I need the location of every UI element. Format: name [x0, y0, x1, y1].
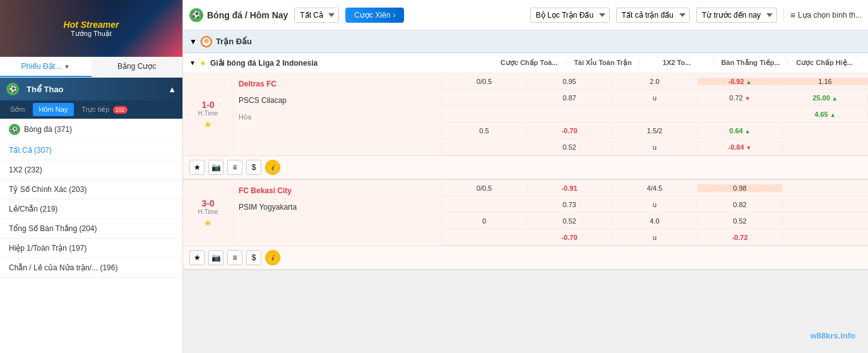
odds-cell[interactable]: -0.92 ▲ [698, 78, 783, 85]
odds-row-1-3: 4.65 ▲ [442, 106, 868, 123]
odds-cell[interactable]: -0.70 [527, 234, 612, 241]
home-team-name-1: Deltras FC [239, 80, 276, 88]
odds-cell[interactable]: 0.64 ▲ [698, 127, 783, 135]
match-star-2[interactable]: ★ [204, 218, 212, 228]
odds-cell[interactable]: u [612, 143, 698, 151]
odds-cell[interactable]: 0.52 [527, 217, 612, 225]
lua-chon-button[interactable]: ≡ Lựa chọn bình th... [790, 10, 862, 20]
odds-cell[interactable]: 0.52 [527, 143, 612, 151]
sport-section-header: ⚽ Thể Thao ▲ [0, 78, 182, 100]
sport-icon: ⚽ [6, 83, 19, 95]
odds-cell[interactable]: 25.00 ▲ [783, 94, 868, 102]
tab-som[interactable]: Sớm [4, 103, 32, 116]
odds-cell[interactable]: 0.5 [442, 127, 527, 135]
dollar-action-icon[interactable]: $ [246, 250, 261, 265]
stats-action-icon[interactable]: ≡ [227, 160, 242, 175]
odds-cell[interactable]: -0.91 [527, 184, 612, 192]
cuoc-xien-button[interactable]: Cược Xiên › [345, 8, 404, 23]
col-headers-right: Cược Chấp Toà... Tài Xỉu Toàn Trận 1X2 T… [492, 59, 862, 67]
banner-title-line1: Hot Streamer [64, 20, 119, 30]
tab-phieu-dat[interactable]: Phiếu Đặt... ▼ [0, 57, 92, 77]
up-arrow-icon: ▲ [746, 79, 752, 85]
sidebar-item-tyso[interactable]: Tỷ Số Chính Xác (203) [0, 180, 182, 200]
match-actions-1: ★ 📷 ≡ $ 💰 [183, 155, 868, 179]
up-arrow-icon: ▲ [745, 128, 751, 135]
odds-cell[interactable]: 1.16 [783, 78, 868, 85]
tu-truoc-select[interactable]: Từ trước đến nay [696, 8, 777, 23]
match-odds-1: 0/0.5 0.95 2.0 -0.92 ▲ 1.16 0.87 u [442, 73, 868, 155]
away-team-row-2: PSIM Yogyakarta [239, 199, 436, 215]
stats-action-icon[interactable]: ≡ [227, 250, 242, 265]
league-title: Giải bóng đá Liga 2 Indonesia [210, 59, 318, 68]
odds-cell[interactable]: u [612, 201, 698, 208]
sidebar: Hot Streamer Tướng Thuật Phiếu Đặt... ▼ … [0, 0, 183, 353]
sub-header: ▼ ⏱ Trận Đấu [183, 30, 868, 53]
arrow-right-icon: › [393, 11, 395, 20]
dollar-action-icon[interactable]: $ [246, 160, 261, 175]
odds-cell[interactable]: 0.73 [527, 201, 612, 208]
odds-cell[interactable]: 0.52 [698, 217, 783, 225]
odds-cell[interactable]: 0.82 [698, 201, 783, 208]
banner-title-line2: Tướng Thuật [64, 30, 119, 38]
odds-cell[interactable]: 4.0 [612, 217, 698, 225]
sidebar-item-lechan[interactable]: Lẻ/Chẵn (219) [0, 200, 182, 219]
match-star-1[interactable]: ★ [204, 119, 212, 129]
odds-cell[interactable]: 0.72 ▼ [698, 94, 783, 102]
odds-cell[interactable]: 4/4.5 [612, 184, 698, 192]
odds-cell[interactable]: 0.95 [527, 78, 612, 85]
sidebar-item-hiep1[interactable]: Hiệp 1/Toàn Trận (197) [0, 239, 182, 258]
sidebar-tabs: Phiếu Đặt... ▼ Bảng Cược [0, 57, 182, 78]
filter-lines-icon: ≡ [790, 10, 795, 20]
bo-loc-select[interactable]: Bộ Lọc Trận Đấu [530, 8, 610, 23]
odds-cell[interactable]: u [612, 94, 698, 102]
up-arrow-icon: ▲ [830, 112, 836, 118]
league-expand-icon[interactable]: ▼ [189, 59, 196, 66]
match-rows-2: 3-0 H.Time ★ FC Bekasi City PSIM Yogyaka… [183, 180, 868, 246]
sidebar-item-1x2[interactable]: 1X2 (232) [0, 160, 182, 180]
odds-cell[interactable]: 0 [442, 217, 527, 225]
odds-cell[interactable]: 2.0 [612, 78, 698, 85]
tat-ca-tran-dau-select[interactable]: Tất cả trận đấu [616, 8, 690, 23]
sidebar-item-tatca[interactable]: Tất Cả (307) [0, 141, 182, 160]
odds-cell[interactable]: 0/0.5 [442, 184, 527, 192]
odds-cell[interactable]: 0/0.5 [442, 78, 527, 85]
col-cuoc-hiep: Cược Chấp Hiệ... [788, 59, 862, 67]
odds-row-1-5: 0.52 u -0.84 ▼ [442, 139, 868, 155]
odds-row-2-3: 0 0.52 4.0 0.52 [442, 213, 868, 229]
odds-cell[interactable]: 4.65 ▲ [783, 111, 868, 118]
watermark: w88krs.info [810, 331, 855, 340]
away-team-name-1: PSCS Cilacap [239, 96, 287, 105]
coin-action-icon[interactable]: 💰 [265, 250, 280, 265]
chevron-down-icon[interactable]: ▼ [189, 37, 197, 46]
col-ban-thang: Bàn Thắng Tiếp... [714, 59, 788, 67]
sidebar-item-chanle[interactable]: Chẵn / Lẻ của Nửa trận/... (196) [0, 258, 182, 278]
odds-cell[interactable]: 0.98 [698, 184, 783, 192]
odds-cell[interactable]: 0.87 [527, 94, 612, 102]
odds-cell[interactable]: -0.70 [527, 127, 612, 135]
away-team-name-2: PSIM Yogyakarta [239, 203, 297, 212]
tab-truc-tiep[interactable]: Trực tiếp 102 [75, 103, 133, 116]
matches-container: ▼ ⏱ Trận Đấu ▼ ★ Giải bóng đá Liga 2 Ind… [183, 30, 868, 353]
coin-action-icon[interactable]: 💰 [265, 160, 280, 175]
sidebar-item-tongso[interactable]: Tổng Số Bàn Thắng (204) [0, 219, 182, 239]
star-action-icon[interactable]: ★ [189, 250, 205, 265]
odds-row-1-2: 0.87 u 0.72 ▼ 25.00 ▲ [442, 90, 868, 106]
odds-cell[interactable]: u [612, 234, 698, 241]
match-score-2: 3-0 [201, 198, 214, 208]
camera-action-icon[interactable]: 📷 [208, 160, 223, 175]
odds-cell[interactable]: -0.72 [698, 234, 783, 241]
sidebar-item-bongda[interactable]: ⚽ Bóng đá (371) [0, 119, 182, 141]
live-badge: 102 [113, 106, 128, 114]
camera-action-icon[interactable]: 📷 [208, 250, 223, 265]
odds-row-2-2: 0.73 u 0.82 [442, 196, 868, 213]
bongda-icon: ⚽ [9, 124, 20, 135]
odds-cell[interactable]: 1.5/2 [612, 127, 698, 135]
collapse-icon[interactable]: ▲ [168, 85, 176, 94]
tab-bang-cuoc[interactable]: Bảng Cược [92, 57, 183, 77]
col-header-teams: ▼ ★ Giải bóng đá Liga 2 Indonesia [189, 59, 492, 68]
odds-cell[interactable]: -0.84 ▼ [698, 143, 783, 151]
star-action-icon[interactable]: ★ [189, 160, 205, 175]
tab-hom-nay[interactable]: Hôm Nay [33, 103, 74, 116]
match-htime-1: H.Time [198, 110, 218, 117]
tat-ca-select[interactable]: Tất Cả [294, 8, 339, 23]
